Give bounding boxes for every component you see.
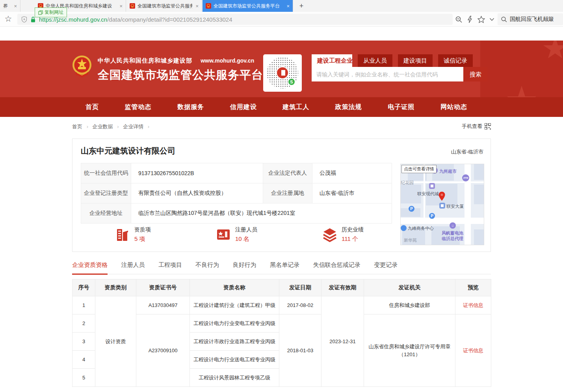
url-path: /data/company/detail?id=0021052912405330… (107, 16, 232, 23)
close-icon[interactable]: × (14, 3, 17, 9)
address-bar[interactable]: https://jzsc.mohurd.gov.cn/data/company/… (17, 14, 453, 25)
building-icon (115, 227, 130, 242)
certificate-info-link[interactable]: 证书信息 (463, 302, 483, 308)
keyword-search-input[interactable] (312, 67, 463, 81)
map-label-lianan-city: 联安现代城 (417, 191, 439, 197)
header-search-widget: 建设工程企业 从业人员 建设项目 诚信记录 搜索 (312, 54, 488, 83)
search-button[interactable]: 搜索 (463, 67, 488, 81)
browser-tab-2[interactable]: 全国建筑市场监管公共服务平台 × (126, 0, 202, 12)
map-tooltip: 点击可查看详情 (401, 165, 437, 173)
close-icon[interactable]: × (286, 3, 290, 9)
nav-item-supervision[interactable]: 监管动态 (125, 103, 152, 111)
favorites-star-icon[interactable] (478, 16, 485, 23)
parking-icon: P (409, 206, 414, 212)
tab-qualifications[interactable]: 企业资质资格 (72, 261, 108, 275)
qualification-table: 序号 资质类别 资质证书号 资质名称 发证日期 发证有效期 发证机关 预览 1 … (72, 279, 491, 387)
legal-rep-label: 企业法定代表人 (263, 163, 312, 183)
shield-icon (21, 16, 27, 23)
browser-tab-active[interactable]: 全国建筑市场监管公共服务平台 × (203, 0, 293, 12)
tab-registered-personnel[interactable]: 注册人员 (121, 261, 145, 274)
breadcrumb-company-data[interactable]: 企业数据 (93, 124, 113, 129)
map-label-battery-2: 临沂总代理 (442, 236, 463, 242)
breadcrumb: 首页 › 企业数据 › 企业详情 › 手机查看 (72, 117, 491, 133)
company-stats: 资质项5 项 注册人员10 名 历史业绩111 个 (72, 226, 399, 248)
tab-change-records[interactable]: 变更记录 (374, 261, 398, 274)
nav-item-home[interactable]: 首页 (85, 103, 99, 111)
nav-item-workers[interactable]: 建筑工人 (282, 103, 309, 111)
search-tab-credit[interactable]: 诚信记录 (438, 54, 473, 67)
table-header-row: 序号 资质类别 资质证书号 资质名称 发证日期 发证有效期 发证机关 预览 (72, 279, 491, 296)
bookmark-star-icon[interactable]: ☆ (3, 14, 13, 24)
map-label-xinhuayuan: 新华苑 (404, 237, 417, 243)
search-tab-project[interactable]: 建设项目 (398, 54, 433, 67)
location-pin-icon (439, 192, 445, 201)
nav-item-credit[interactable]: 信用建设 (230, 103, 257, 111)
stat-history-performance[interactable]: 历史业绩111 个 (322, 226, 364, 243)
certificate-info-link[interactable]: 证书信息 (463, 348, 483, 353)
table-row: 1 设计资质 A137030497 工程设计建筑行业（建筑工程）甲级 2017-… (72, 296, 491, 314)
breadcrumb-home[interactable]: 首页 (72, 124, 82, 129)
credit-code-label: 统一社会信用代码 (81, 163, 131, 183)
new-tab-button[interactable]: + (296, 1, 307, 11)
chevron-down-icon[interactable] (489, 18, 494, 21)
layers-icon (322, 227, 338, 242)
browser-tab-partial[interactable]: 界 × (0, 0, 20, 12)
company-region: 山东省-临沂市 (451, 148, 483, 155)
site-favicon (206, 3, 211, 9)
search-category-tabs: 建设工程企业 从业人员 建设项目 诚信记录 (312, 54, 488, 67)
stat-registered-personnel[interactable]: 注册人员10 名 (216, 226, 257, 243)
tab-bad-behavior[interactable]: 不良行为 (195, 261, 219, 274)
nav-item-site-news[interactable]: 网站动态 (440, 103, 467, 111)
news-search-box[interactable]: 国航回应飞机颠簸 (498, 13, 563, 25)
nav-item-policy[interactable]: 政策法规 (335, 103, 362, 111)
parking-icon: P (429, 213, 435, 219)
tab-good-behavior[interactable]: 良好行为 (233, 261, 256, 274)
atm-marker-icon: ATM (462, 174, 469, 181)
company-location-map[interactable]: 点击可查看详情 ◻ 九州超市 ATM 纪花园 联安现代城 联安大厦 P P 九峰… (400, 164, 484, 245)
lightning-icon[interactable] (467, 16, 473, 23)
detail-section-tabs: 企业资质资格 注册人员 工程项目 不良行为 良好行为 黑名单记录 失信联合惩戒记… (72, 261, 491, 274)
chevron-separator-icon: › (117, 124, 119, 129)
qr-code-icon (485, 123, 491, 129)
copy-url-tooltip: 复制网址 (35, 7, 67, 17)
search-tab-personnel[interactable]: 从业人员 (358, 54, 392, 67)
breadcrumb-company-detail: 企业详情 (123, 124, 143, 129)
toolbar-icons (455, 14, 494, 24)
site-favicon (130, 3, 135, 9)
platform-title: 全国建筑市场监管公共服务平台 (98, 67, 263, 83)
map-label-business-center: 九峰商务中心 (408, 226, 434, 231)
tab-projects[interactable]: 工程项目 (158, 261, 182, 274)
browser-toolbar: ☆ https://jzsc.mohurd.gov.cn/data/compan… (0, 12, 563, 27)
company-info-table: 统一社会信用代码 91371302675501022B 企业法定代表人 公茂福 … (81, 163, 392, 224)
reg-region-label: 企业注册属地 (263, 183, 312, 203)
stat-qualifications[interactable]: 资质项5 项 (115, 226, 151, 243)
qr-code: S (263, 54, 302, 92)
nav-item-e-license[interactable]: 电子证照 (388, 103, 414, 111)
zoom-out-icon[interactable] (455, 16, 463, 23)
qr-center-logo (276, 67, 289, 79)
issuer-cell: 山东省住房和城乡建设厅许可专用章 （1201） (364, 314, 455, 387)
address-value: 临沂市兰山区陶然路107号星河晶都（联安）现代城1号楼2201室 (131, 203, 392, 224)
close-icon[interactable]: × (119, 3, 123, 9)
search-icon (501, 16, 507, 22)
credit-code-value: 91371302675501022B (131, 163, 263, 183)
national-emblem-logo (72, 55, 92, 78)
validity-cell: 2023-12-31 (321, 296, 364, 387)
close-icon[interactable]: × (195, 3, 199, 9)
map-label-lianan-tower: 联安大厦 (446, 203, 464, 209)
tab-blacklist[interactable]: 黑名单记录 (270, 261, 299, 274)
site-brand: 中华人民共和国住房和城乡建设部 www.mohurd.gov.cn 全国建筑市场… (72, 55, 263, 83)
company-name: 山东中元建筑设计有限公司 (81, 146, 175, 156)
category-cell: 设计资质 (95, 296, 136, 387)
wechat-icon: S (288, 78, 295, 86)
search-tab-enterprise[interactable]: 建设工程企业 (312, 54, 352, 67)
residence-marker-icon (429, 183, 435, 189)
chevron-separator-icon: › (87, 124, 88, 129)
id-card-icon (216, 227, 231, 242)
map-label-supermarket: 九州超市 (439, 168, 457, 174)
main-nav: 首页 监管动态 数据服务 信用建设 建筑工人 政策法规 电子证照 网站动态 (0, 97, 563, 117)
nav-item-data-service[interactable]: 数据服务 (177, 103, 204, 111)
tab-dishonesty-records[interactable]: 失信联合惩戒记录 (313, 261, 360, 274)
news-search-text: 国航回应飞机颠簸 (510, 16, 554, 23)
mobile-view-toggle[interactable]: 手机查看 (462, 123, 491, 130)
